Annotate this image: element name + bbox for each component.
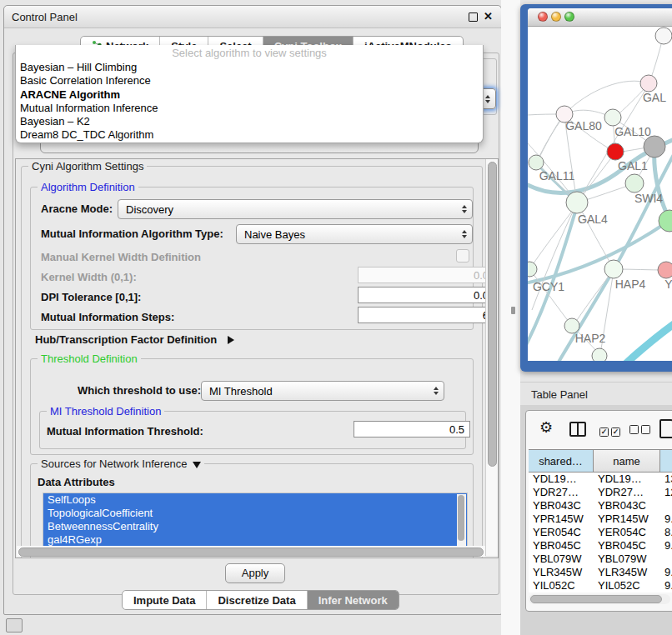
scrollbar-thumb[interactable] xyxy=(458,495,464,541)
scrollbar-thumb[interactable] xyxy=(488,162,497,467)
algorithm-option[interactable]: Dream8 DC_TDC Algorithm xyxy=(18,128,480,142)
table-horizontal-scrollbar[interactable] xyxy=(529,594,670,604)
attribute-item[interactable]: BetweennessCentrality xyxy=(43,520,467,533)
gear-icon[interactable]: ⚙ xyxy=(539,418,553,437)
algorithm-option[interactable]: Basic Correlation Inference xyxy=(18,74,480,88)
network-view-window: GALGAL80GAL10GAL1GAL11SWI4GAL4HAP4YGCY1H… xyxy=(528,8,672,361)
mac-minimize-button[interactable] xyxy=(551,12,561,22)
table-cell: 9. xyxy=(660,512,672,526)
node-label: HAP2 xyxy=(575,332,606,345)
popup-placeholder: Select algorithm to view settings xyxy=(16,47,483,59)
table-cell: 12 xyxy=(660,486,672,499)
splitter-grip[interactable] xyxy=(511,307,515,314)
mi-threshold-field[interactable] xyxy=(354,421,470,438)
table-cell: 13 xyxy=(660,472,672,486)
table-cell: YLR345W xyxy=(594,566,660,579)
close-icon[interactable]: ✕ xyxy=(484,10,493,22)
network-node-gal[interactable] xyxy=(640,75,657,92)
algorithm-option[interactable]: Mutual Information Inference xyxy=(18,102,480,115)
tab-impute-data[interactable]: Impute Data xyxy=(123,591,206,609)
table-row[interactable]: YBR045CYBR045C9. xyxy=(529,539,672,552)
dpi-tolerance-field[interactable] xyxy=(358,287,494,303)
mi-threshold-label: Mutual Information Threshold: xyxy=(47,425,203,438)
minimized-panel-icon[interactable] xyxy=(6,618,23,632)
scrollbar-thumb[interactable] xyxy=(18,548,484,557)
network-node-hap4[interactable] xyxy=(604,260,623,278)
algorithm-option[interactable]: ARACNE Algorithm xyxy=(18,88,480,102)
network-node-gal11[interactable] xyxy=(529,155,544,170)
attribute-item[interactable]: gal4RGexp xyxy=(43,533,467,547)
network-canvas[interactable]: GALGAL80GAL10GAL1GAL11SWI4GAL4HAP4YGCY1H… xyxy=(528,27,672,361)
network-node-gal1[interactable] xyxy=(607,143,624,160)
network-node-gal4[interactable] xyxy=(566,192,588,213)
mac-close-button[interactable] xyxy=(538,12,548,22)
kernel-width-field xyxy=(358,267,494,283)
aracne-mode-combo[interactable]: Discovery xyxy=(118,199,473,219)
vertical-scrollbar[interactable] xyxy=(485,159,498,556)
table-row[interactable]: YER054CYER054C8. xyxy=(529,526,672,539)
control-panel-titlebar[interactable]: Control Panel ✕ xyxy=(4,6,501,28)
table-cell: YLR345W xyxy=(529,566,594,579)
expand-arrow-icon[interactable] xyxy=(228,336,234,344)
which-threshold-combo[interactable]: MI Threshold xyxy=(201,381,444,401)
dpi-tolerance-label: DPI Tolerance [0,1]: xyxy=(41,291,141,303)
group-title: Threshold Definition xyxy=(38,352,141,365)
network-node[interactable] xyxy=(644,136,665,158)
table-cell: YBR045C xyxy=(594,539,660,552)
network-node-gcy1[interactable] xyxy=(528,262,537,277)
table-cell: YER054C xyxy=(594,526,660,539)
table-row[interactable]: YBL079WYBL079W xyxy=(529,552,672,566)
mac-zoom-button[interactable] xyxy=(564,12,574,22)
apply-button[interactable]: Apply xyxy=(225,563,285,583)
table-header-cell[interactable]: name xyxy=(594,450,660,472)
table-row[interactable]: YDL19…YDL19…13 xyxy=(529,472,672,486)
table-row[interactable]: YBR043CYBR043C xyxy=(529,499,672,512)
attributes-scrollbar[interactable] xyxy=(457,494,466,548)
stepper-icon xyxy=(462,205,467,213)
table-cell: YDL19… xyxy=(594,472,660,486)
node-label: GAL xyxy=(643,91,666,104)
table-header-cell[interactable] xyxy=(660,450,672,472)
network-node-gal10[interactable] xyxy=(604,109,621,126)
deselect-all-icon[interactable] xyxy=(629,424,653,437)
float-icon[interactable] xyxy=(469,12,478,22)
table-row[interactable]: YPR145WYPR145W9. xyxy=(529,512,672,526)
scrollbar-thumb[interactable] xyxy=(530,595,662,603)
table-row[interactable]: YIL052CYIL052C9. xyxy=(529,579,672,592)
tab-discretize-data[interactable]: Discretize Data xyxy=(206,591,306,609)
sources-group: Sources for Network Inference Data Attri… xyxy=(30,463,474,558)
network-node-y[interactable] xyxy=(658,262,672,278)
network-node-swi4[interactable] xyxy=(625,174,644,192)
panel-title: Control Panel xyxy=(12,11,78,23)
attribute-item[interactable]: TopologicalCoefficient xyxy=(43,507,467,520)
settings-scrollpane: Cyni Algorithm Settings Algorithm Defini… xyxy=(15,158,499,558)
data-attributes-list[interactable]: SelfLoopsTopologicalCoefficientBetweenne… xyxy=(43,492,468,549)
table-header-cell[interactable]: shared… xyxy=(529,450,594,472)
hub-definition-section[interactable]: Hub/Transcription Factor Definition xyxy=(35,333,234,346)
algorithm-list: Bayesian – Hill ClimbingBasic Correlatio… xyxy=(18,61,480,142)
tab-infer-network[interactable]: Infer Network xyxy=(307,591,399,609)
table-row[interactable]: YDR27…YDR27…12 xyxy=(529,486,672,499)
table-panel-titlebar[interactable]: Table Panel xyxy=(520,382,672,406)
mi-steps-field[interactable] xyxy=(358,307,494,323)
algorithm-option[interactable]: Bayesian – K2 xyxy=(18,115,480,128)
file-icon[interactable] xyxy=(659,419,672,438)
hub-definition-label: Hub/Transcription Factor Definition xyxy=(35,333,217,346)
mi-type-combo[interactable]: Naive Bayes xyxy=(236,224,473,244)
network-node[interactable] xyxy=(655,28,672,44)
manual-kernel-checkbox[interactable] xyxy=(456,249,469,262)
algorithm-option[interactable]: Bayesian – Hill Climbing xyxy=(18,61,480,74)
table-cell: 9. xyxy=(660,579,672,592)
select-all-icon[interactable]: ✓✓ xyxy=(599,424,623,437)
horizontal-scrollbar[interactable] xyxy=(17,546,485,557)
collapse-arrow-icon[interactable] xyxy=(193,462,201,468)
node-label: GAL10 xyxy=(614,125,651,138)
table-cell: YPR145W xyxy=(529,512,594,526)
column-view-icon[interactable] xyxy=(569,422,586,437)
mi-threshold-group: MI Threshold Definition Mutual Informati… xyxy=(39,411,466,449)
network-node[interactable] xyxy=(592,348,607,361)
network-window-titlebar[interactable] xyxy=(528,8,672,27)
network-graph: GALGAL80GAL10GAL1GAL11SWI4GAL4HAP4YGCY1H… xyxy=(528,27,672,361)
attribute-item[interactable]: SelfLoops xyxy=(43,493,467,507)
table-row[interactable]: YLR345WYLR345W9. xyxy=(529,566,672,579)
